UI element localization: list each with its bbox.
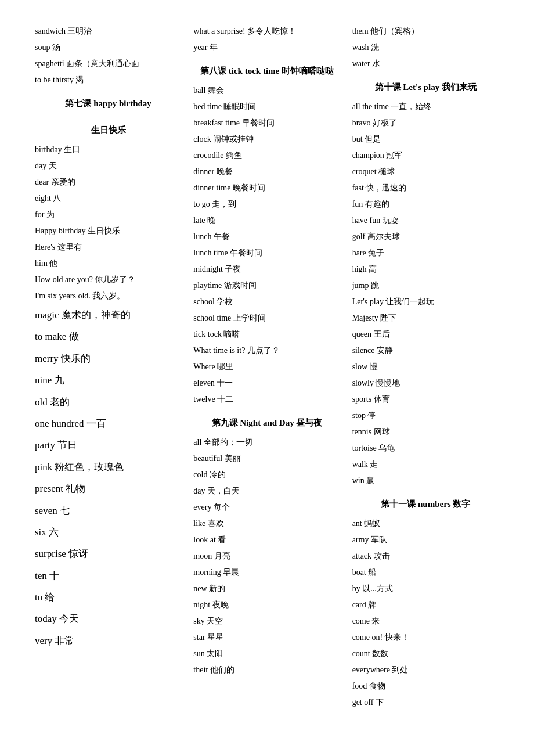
vocab-item: party 节日 [35,434,182,456]
vocab-item: lunch 午餐 [193,229,340,245]
vocab-item: tortoise 乌龟 [352,440,499,456]
vocab-item: win 赢 [352,473,499,489]
vocab-item: fun 有趣的 [352,196,499,213]
vocab-item: I'm six years old. 我六岁。 [35,288,182,304]
vocab-item: dinner 晚餐 [193,164,340,180]
vocab-item: stop 停 [352,408,499,424]
vocab-item: get off 下 [352,694,499,711]
vocab-item: wash 洗 [352,39,499,56]
vocab-item: food 食物 [352,678,499,694]
vocab-item: them 他们（宾格） [352,23,499,39]
vocab-item: crocodile 鳄鱼 [193,147,340,164]
vocab-item: but 但是 [352,131,499,147]
vocab-item: year 年 [193,39,340,56]
vocab-item: all 全部的；一切 [193,434,340,451]
vocab-item: very 非常 [35,630,182,651]
column-1: sandwich 三明治soup 汤spaghetti 面条（意大利通心面to … [35,23,182,711]
vocab-item: queen 王后 [352,326,499,343]
vocab-item: pink 粉红色，玫瑰色 [35,456,182,478]
vocab-item: silence 安静 [352,343,499,359]
vocab-item: slow 慢 [352,359,499,375]
vocab-item: fast 快，迅速的 [352,180,499,196]
vocab-item: to go 走，到 [193,196,340,213]
vocab-item: him 他 [35,255,182,272]
section-title: 第九课 Night and Day 昼与夜 [193,416,340,430]
vocab-item: star 星星 [193,629,340,646]
vocab-item: late 晚 [193,213,340,229]
vocab-item: ball 舞会 [193,82,340,99]
vocab-item: today 今天 [35,608,182,629]
vocab-item: like 喜欢 [193,516,340,532]
vocab-item: lunch time 午餐时间 [193,245,340,261]
vocab-item: army 军队 [352,532,499,548]
vocab-item: their 他们的 [193,662,340,678]
vocab-item: Here's 这里有 [35,239,182,255]
vocab-item: sun 太阳 [193,646,340,662]
vocab-item: to make 做 [35,326,182,347]
vocab-item: new 新的 [193,581,340,597]
vocab-item: eleven 十一 [193,375,340,391]
vocab-item: look at 看 [193,532,340,548]
section-title: 第八课 tick tock time 时钟嘀嗒哒哒 [193,64,340,78]
vocab-item: tennis 网球 [352,424,499,440]
vocab-item: dinner time 晚餐时间 [193,180,340,196]
vocab-item: school time 上学时间 [193,310,340,326]
vocab-item: magic 魔术的，神奇的 [35,304,182,326]
vocab-item: come 来 [352,613,499,629]
vocab-item: sandwich 三明治 [35,23,182,39]
section-title: 生日快乐 [35,123,182,137]
vocab-item: everywhere 到处 [352,662,499,678]
vocab-item: for 为 [35,207,182,223]
vocab-item: twelve 十二 [193,391,340,408]
vocab-item: croquet 槌球 [352,164,499,180]
vocab-item: jump 跳 [352,278,499,294]
vocab-item: cold 冷的 [193,467,340,483]
vocab-item: How old are you? 你几岁了？ [35,272,182,288]
vocab-item: count 数数 [352,646,499,662]
vocab-item: high 高 [352,261,499,278]
vocab-item: attack 攻击 [352,548,499,564]
vocab-item: hare 兔子 [352,245,499,261]
vocab-item: midnight 子夜 [193,261,340,278]
vocab-item: walk 走 [352,456,499,473]
vocab-item: ant 蚂蚁 [352,516,499,532]
vocab-item: to 给 [35,586,182,608]
vocab-item: bravo 好极了 [352,115,499,131]
vocab-item: sky 天空 [193,613,340,629]
page-content: sandwich 三明治soup 汤spaghetti 面条（意大利通心面to … [35,23,499,711]
column-2: what a surprise! 多令人吃惊！year 年第八课 tick to… [193,23,340,711]
vocab-item: morning 早晨 [193,564,340,581]
vocab-item: one hundred 一百 [35,413,182,434]
vocab-item: birthday 生日 [35,142,182,158]
vocab-item: boat 船 [352,564,499,581]
vocab-item: Where 哪里 [193,359,340,375]
vocab-item: to be thirsty 渴 [35,72,182,88]
vocab-item: seven 七 [35,500,182,521]
vocab-item: soup 汤 [35,39,182,56]
vocab-item: have fun 玩耍 [352,213,499,229]
vocab-item: bed time 睡眠时间 [193,99,340,115]
section-title: 第十课 Let's play 我们来玩 [352,80,499,94]
vocab-item: day 天，白天 [193,483,340,499]
vocab-item: breakfast time 早餐时间 [193,115,340,131]
vocab-item: six 六 [35,521,182,543]
vocab-item: moon 月亮 [193,548,340,564]
vocab-item: water 水 [352,56,499,72]
vocab-item: ten 十 [35,565,182,586]
vocab-item: tick tock 嘀嗒 [193,326,340,343]
vocab-item: night 夜晚 [193,597,340,613]
vocab-item: surprise 惊讶 [35,543,182,564]
vocab-item: dear 亲爱的 [35,174,182,190]
vocab-item: present 礼物 [35,478,182,499]
vocab-item: What time is it? 几点了？ [193,343,340,359]
vocab-item: Let's play 让我们一起玩 [352,294,499,310]
vocab-item: merry 快乐的 [35,348,182,369]
vocab-item: every 每个 [193,499,340,516]
vocab-item: Happy birthday 生日快乐 [35,223,182,239]
vocab-item: school 学校 [193,294,340,310]
vocab-item: sports 体育 [352,391,499,408]
vocab-item: by 以...方式 [352,581,499,597]
section-title: 第七课 happy birthday [35,96,182,110]
vocab-item: what a surprise! 多令人吃惊！ [193,23,340,39]
vocab-item: beautiful 美丽 [193,451,340,467]
